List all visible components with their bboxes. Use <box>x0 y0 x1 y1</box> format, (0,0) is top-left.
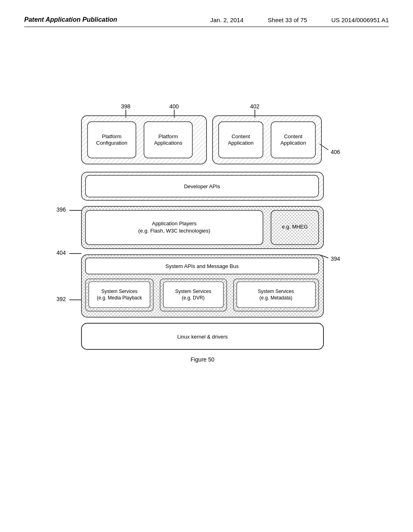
svg-text:Linux kernel & drivers: Linux kernel & drivers <box>177 334 228 340</box>
svg-text:Application: Application <box>228 140 254 146</box>
svg-text:404: 404 <box>56 249 66 256</box>
publication-label: Patent Application Publication <box>24 16 117 23</box>
svg-text:406: 406 <box>331 149 340 155</box>
diagram-svg: 398 400 402 406 396 404 394 392 390 Plat… <box>29 35 384 366</box>
svg-rect-49 <box>163 282 223 308</box>
svg-text:Application Players: Application Players <box>152 220 197 227</box>
svg-rect-53 <box>237 282 315 308</box>
svg-text:402: 402 <box>250 103 260 110</box>
svg-text:System Services: System Services <box>258 289 294 294</box>
svg-text:(e.g. Media Playback: (e.g. Media Playback <box>97 295 142 301</box>
svg-text:System APIs and Message Bus: System APIs and Message Bus <box>165 263 239 269</box>
svg-text:Platform: Platform <box>159 133 178 139</box>
svg-text:394: 394 <box>331 256 340 262</box>
svg-text:398: 398 <box>121 103 131 110</box>
svg-text:System Services: System Services <box>101 289 137 294</box>
svg-text:System Services: System Services <box>175 289 211 294</box>
svg-text:(e.g. Flash, W3C technologies): (e.g. Flash, W3C technologies) <box>138 228 210 234</box>
header-info: Jan. 2, 2014 Sheet 33 of 75 US 2014/0006… <box>210 17 389 23</box>
svg-text:Developer APIs: Developer APIs <box>184 183 220 189</box>
svg-text:396: 396 <box>56 206 66 213</box>
svg-text:Platform: Platform <box>102 133 121 139</box>
sheet-info: Sheet 33 of 75 <box>268 17 307 23</box>
svg-text:e.g. MHEG: e.g. MHEG <box>282 224 308 230</box>
svg-text:400: 400 <box>169 103 179 110</box>
svg-rect-45 <box>89 282 150 308</box>
svg-text:Figure 50: Figure 50 <box>190 356 214 363</box>
patent-number: US 2014/0006951 A1 <box>331 17 389 23</box>
svg-text:Application: Application <box>280 140 306 146</box>
svg-text:Applications: Applications <box>154 140 183 146</box>
svg-text:392: 392 <box>56 296 66 302</box>
svg-text:(e.g. DVR): (e.g. DVR) <box>182 295 205 301</box>
page-header: Patent Application Publication Jan. 2, 2… <box>24 16 389 27</box>
svg-text:Content: Content <box>284 133 302 139</box>
page: Patent Application Publication Jan. 2, 2… <box>0 0 413 532</box>
svg-text:(e.g. Metadata): (e.g. Metadata) <box>259 295 292 301</box>
svg-text:Configuration: Configuration <box>96 140 127 146</box>
svg-text:Content: Content <box>232 133 250 139</box>
pub-date: Jan. 2, 2014 <box>210 17 244 23</box>
